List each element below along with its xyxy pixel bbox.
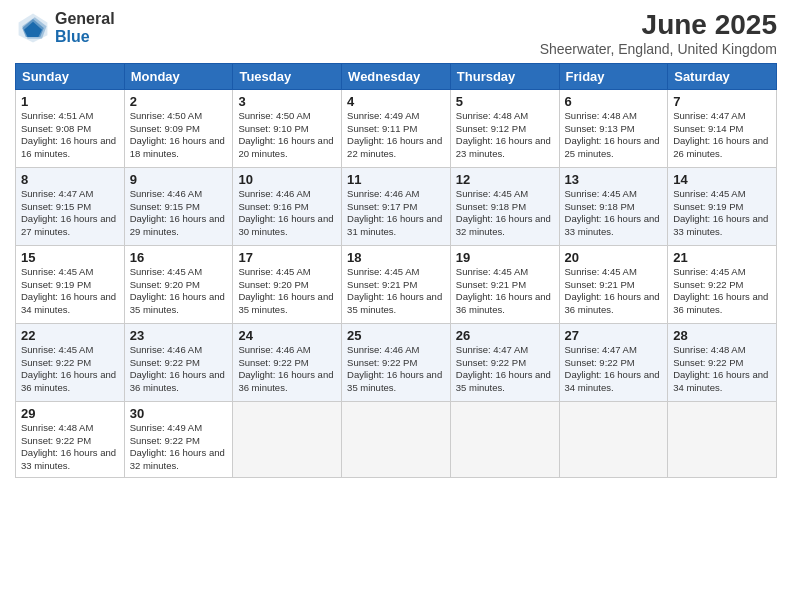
day-info: Sunrise: 4:47 AM Sunset: 9:14 PM Dayligh… xyxy=(673,110,771,161)
day-number: 24 xyxy=(238,328,336,343)
day-info: Sunrise: 4:50 AM Sunset: 9:10 PM Dayligh… xyxy=(238,110,336,161)
table-row: 27 Sunrise: 4:47 AM Sunset: 9:22 PM Dayl… xyxy=(559,323,668,401)
day-number: 28 xyxy=(673,328,771,343)
table-row: 1 Sunrise: 4:51 AM Sunset: 9:08 PM Dayli… xyxy=(16,89,125,167)
day-number: 10 xyxy=(238,172,336,187)
day-number: 4 xyxy=(347,94,445,109)
day-number: 21 xyxy=(673,250,771,265)
day-info: Sunrise: 4:48 AM Sunset: 9:13 PM Dayligh… xyxy=(565,110,663,161)
page: General Blue June 2025 Sheerwater, Engla… xyxy=(0,0,792,612)
day-number: 30 xyxy=(130,406,228,421)
table-row xyxy=(559,401,668,477)
header-right: June 2025 Sheerwater, England, United Ki… xyxy=(540,10,777,57)
day-info: Sunrise: 4:45 AM Sunset: 9:20 PM Dayligh… xyxy=(238,266,336,317)
day-info: Sunrise: 4:49 AM Sunset: 9:22 PM Dayligh… xyxy=(130,422,228,473)
table-row: 4 Sunrise: 4:49 AM Sunset: 9:11 PM Dayli… xyxy=(342,89,451,167)
day-number: 14 xyxy=(673,172,771,187)
day-info: Sunrise: 4:45 AM Sunset: 9:19 PM Dayligh… xyxy=(21,266,119,317)
logo-icon xyxy=(15,10,51,46)
table-row: 23 Sunrise: 4:46 AM Sunset: 9:22 PM Dayl… xyxy=(124,323,233,401)
day-number: 8 xyxy=(21,172,119,187)
day-info: Sunrise: 4:46 AM Sunset: 9:16 PM Dayligh… xyxy=(238,188,336,239)
day-number: 2 xyxy=(130,94,228,109)
table-row: 26 Sunrise: 4:47 AM Sunset: 9:22 PM Dayl… xyxy=(450,323,559,401)
table-row: 12 Sunrise: 4:45 AM Sunset: 9:18 PM Dayl… xyxy=(450,167,559,245)
day-number: 20 xyxy=(565,250,663,265)
day-number: 3 xyxy=(238,94,336,109)
day-info: Sunrise: 4:50 AM Sunset: 9:09 PM Dayligh… xyxy=(130,110,228,161)
day-number: 13 xyxy=(565,172,663,187)
table-row: 5 Sunrise: 4:48 AM Sunset: 9:12 PM Dayli… xyxy=(450,89,559,167)
day-number: 23 xyxy=(130,328,228,343)
day-info: Sunrise: 4:47 AM Sunset: 9:22 PM Dayligh… xyxy=(565,344,663,395)
col-friday: Friday xyxy=(559,63,668,89)
day-info: Sunrise: 4:46 AM Sunset: 9:22 PM Dayligh… xyxy=(347,344,445,395)
day-number: 29 xyxy=(21,406,119,421)
day-info: Sunrise: 4:48 AM Sunset: 9:22 PM Dayligh… xyxy=(21,422,119,473)
table-row: 9 Sunrise: 4:46 AM Sunset: 9:15 PM Dayli… xyxy=(124,167,233,245)
table-row: 24 Sunrise: 4:46 AM Sunset: 9:22 PM Dayl… xyxy=(233,323,342,401)
day-number: 27 xyxy=(565,328,663,343)
day-number: 5 xyxy=(456,94,554,109)
table-row xyxy=(668,401,777,477)
col-wednesday: Wednesday xyxy=(342,63,451,89)
table-row: 11 Sunrise: 4:46 AM Sunset: 9:17 PM Dayl… xyxy=(342,167,451,245)
day-info: Sunrise: 4:45 AM Sunset: 9:21 PM Dayligh… xyxy=(456,266,554,317)
day-number: 11 xyxy=(347,172,445,187)
table-row: 21 Sunrise: 4:45 AM Sunset: 9:22 PM Dayl… xyxy=(668,245,777,323)
day-number: 15 xyxy=(21,250,119,265)
table-row: 13 Sunrise: 4:45 AM Sunset: 9:18 PM Dayl… xyxy=(559,167,668,245)
day-info: Sunrise: 4:48 AM Sunset: 9:12 PM Dayligh… xyxy=(456,110,554,161)
day-number: 6 xyxy=(565,94,663,109)
col-thursday: Thursday xyxy=(450,63,559,89)
day-info: Sunrise: 4:45 AM Sunset: 9:18 PM Dayligh… xyxy=(456,188,554,239)
table-row: 30 Sunrise: 4:49 AM Sunset: 9:22 PM Dayl… xyxy=(124,401,233,477)
day-info: Sunrise: 4:45 AM Sunset: 9:21 PM Dayligh… xyxy=(347,266,445,317)
day-info: Sunrise: 4:45 AM Sunset: 9:22 PM Dayligh… xyxy=(673,266,771,317)
day-info: Sunrise: 4:49 AM Sunset: 9:11 PM Dayligh… xyxy=(347,110,445,161)
header: General Blue June 2025 Sheerwater, Engla… xyxy=(15,10,777,57)
day-info: Sunrise: 4:46 AM Sunset: 9:17 PM Dayligh… xyxy=(347,188,445,239)
day-info: Sunrise: 4:45 AM Sunset: 9:19 PM Dayligh… xyxy=(673,188,771,239)
day-number: 1 xyxy=(21,94,119,109)
location: Sheerwater, England, United Kingdom xyxy=(540,41,777,57)
calendar-header-row: Sunday Monday Tuesday Wednesday Thursday… xyxy=(16,63,777,89)
day-info: Sunrise: 4:47 AM Sunset: 9:15 PM Dayligh… xyxy=(21,188,119,239)
logo-text: General Blue xyxy=(55,10,115,45)
day-info: Sunrise: 4:45 AM Sunset: 9:21 PM Dayligh… xyxy=(565,266,663,317)
day-info: Sunrise: 4:46 AM Sunset: 9:22 PM Dayligh… xyxy=(238,344,336,395)
day-info: Sunrise: 4:46 AM Sunset: 9:22 PM Dayligh… xyxy=(130,344,228,395)
day-number: 17 xyxy=(238,250,336,265)
table-row: 10 Sunrise: 4:46 AM Sunset: 9:16 PM Dayl… xyxy=(233,167,342,245)
logo-blue-text: Blue xyxy=(55,28,115,46)
col-sunday: Sunday xyxy=(16,63,125,89)
day-number: 26 xyxy=(456,328,554,343)
day-number: 7 xyxy=(673,94,771,109)
day-info: Sunrise: 4:48 AM Sunset: 9:22 PM Dayligh… xyxy=(673,344,771,395)
month-title: June 2025 xyxy=(540,10,777,41)
table-row: 22 Sunrise: 4:45 AM Sunset: 9:22 PM Dayl… xyxy=(16,323,125,401)
table-row: 19 Sunrise: 4:45 AM Sunset: 9:21 PM Dayl… xyxy=(450,245,559,323)
day-number: 22 xyxy=(21,328,119,343)
day-info: Sunrise: 4:45 AM Sunset: 9:22 PM Dayligh… xyxy=(21,344,119,395)
day-info: Sunrise: 4:45 AM Sunset: 9:18 PM Dayligh… xyxy=(565,188,663,239)
table-row: 28 Sunrise: 4:48 AM Sunset: 9:22 PM Dayl… xyxy=(668,323,777,401)
logo-general-text: General xyxy=(55,10,115,28)
table-row: 6 Sunrise: 4:48 AM Sunset: 9:13 PM Dayli… xyxy=(559,89,668,167)
day-info: Sunrise: 4:46 AM Sunset: 9:15 PM Dayligh… xyxy=(130,188,228,239)
day-number: 16 xyxy=(130,250,228,265)
table-row: 20 Sunrise: 4:45 AM Sunset: 9:21 PM Dayl… xyxy=(559,245,668,323)
day-number: 9 xyxy=(130,172,228,187)
day-info: Sunrise: 4:51 AM Sunset: 9:08 PM Dayligh… xyxy=(21,110,119,161)
day-number: 19 xyxy=(456,250,554,265)
day-number: 12 xyxy=(456,172,554,187)
table-row: 14 Sunrise: 4:45 AM Sunset: 9:19 PM Dayl… xyxy=(668,167,777,245)
calendar-table: Sunday Monday Tuesday Wednesday Thursday… xyxy=(15,63,777,478)
day-number: 18 xyxy=(347,250,445,265)
table-row: 17 Sunrise: 4:45 AM Sunset: 9:20 PM Dayl… xyxy=(233,245,342,323)
logo: General Blue xyxy=(15,10,115,46)
table-row: 16 Sunrise: 4:45 AM Sunset: 9:20 PM Dayl… xyxy=(124,245,233,323)
day-info: Sunrise: 4:45 AM Sunset: 9:20 PM Dayligh… xyxy=(130,266,228,317)
table-row: 7 Sunrise: 4:47 AM Sunset: 9:14 PM Dayli… xyxy=(668,89,777,167)
table-row: 29 Sunrise: 4:48 AM Sunset: 9:22 PM Dayl… xyxy=(16,401,125,477)
